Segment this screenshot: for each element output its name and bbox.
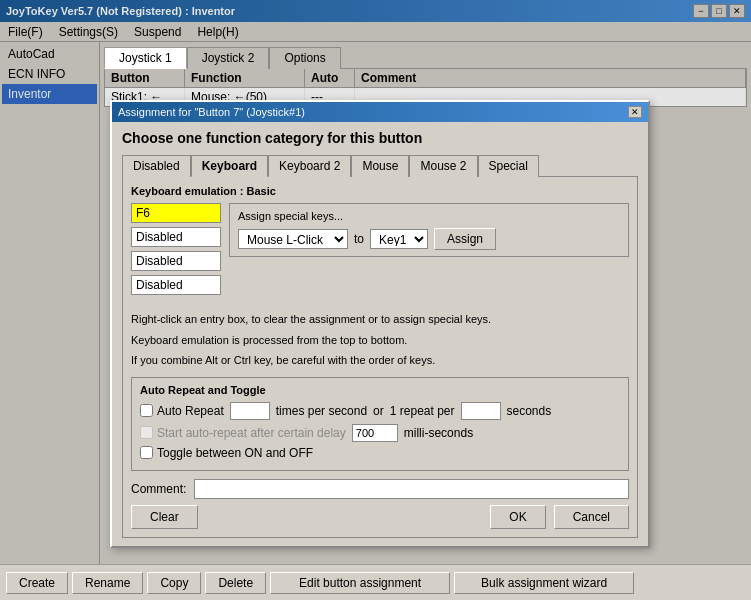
assign-to-label: to — [354, 232, 364, 246]
dialog-title: Assignment for "Button 7" (Joystick#1) — [118, 106, 305, 118]
ok-button[interactable]: OK — [490, 505, 545, 529]
edit-button-assignment-button[interactable]: Edit button assignment — [270, 572, 450, 594]
dialog-body: Choose one function category for this bu… — [112, 122, 648, 546]
info-text-3: If you combine Alt or Ctrl key, be caref… — [131, 352, 629, 369]
auto-repeat-checkbox[interactable] — [140, 404, 153, 417]
auto-repeat-checkbox-label: Auto Repeat — [140, 404, 224, 418]
dialog-titlebar: Assignment for "Button 7" (Joystick#1) ✕ — [112, 102, 648, 122]
create-button[interactable]: Create — [6, 572, 68, 594]
tab-mouse[interactable]: Mouse — [351, 155, 409, 177]
repeat-per-seconds-input[interactable] — [461, 402, 501, 420]
repeat-per-label: 1 repeat per — [390, 404, 455, 418]
dialog-tabs: Disabled Keyboard Keyboard 2 Mouse Mouse… — [122, 154, 638, 176]
seconds-label: seconds — [507, 404, 552, 418]
info-text-1: Right-click an entry box, to clear the a… — [131, 311, 629, 328]
rename-button[interactable]: Rename — [72, 572, 143, 594]
auto-repeat-row: Auto Repeat times per second or 1 repeat… — [140, 402, 620, 420]
comment-row: Comment: — [131, 479, 629, 499]
comment-label: Comment: — [131, 482, 186, 496]
info-text-2: Keyboard emulation is processed from the… — [131, 332, 629, 349]
assign-from-select[interactable]: Mouse L-Click Mouse R-Click Mouse M-Clic… — [238, 229, 348, 249]
assign-special-box: Assign special keys... Mouse L-Click Mou… — [229, 203, 629, 257]
delay-value-input[interactable] — [352, 424, 398, 442]
key-input-2[interactable] — [131, 227, 221, 247]
bulk-assignment-wizard-button[interactable]: Bulk assignment wizard — [454, 572, 634, 594]
dialog-close-button[interactable]: ✕ — [628, 106, 642, 118]
dialog-heading: Choose one function category for this bu… — [122, 130, 638, 146]
modal-overlay: Assignment for "Button 7" (Joystick#1) ✕… — [0, 0, 751, 600]
key-input-1[interactable] — [131, 203, 221, 223]
toggle-label: Toggle between ON and OFF — [140, 446, 313, 460]
clear-button[interactable]: Clear — [131, 505, 198, 529]
cancel-button[interactable]: Cancel — [554, 505, 629, 529]
dialog-buttons: Clear OK Cancel — [131, 505, 629, 529]
keyboard-tab-content: Keyboard emulation : Basic Assign specia… — [122, 176, 638, 538]
assign-to-select[interactable]: Key1 Key2 Key3 Key4 — [370, 229, 428, 249]
start-delay-row: Start auto-repeat after certain delay mi… — [140, 424, 620, 442]
copy-button[interactable]: Copy — [147, 572, 201, 594]
assign-button[interactable]: Assign — [434, 228, 496, 250]
delay-unit-label: milli-seconds — [404, 426, 473, 440]
assign-row: Mouse L-Click Mouse R-Click Mouse M-Clic… — [238, 228, 620, 250]
key-and-assign-area: Assign special keys... Mouse L-Click Mou… — [131, 203, 629, 303]
toggle-row: Toggle between ON and OFF — [140, 446, 620, 460]
keyboard-section-label: Keyboard emulation : Basic — [131, 185, 629, 197]
tab-joystick1[interactable]: Joystick 1 — [104, 47, 187, 69]
delete-button[interactable]: Delete — [205, 572, 266, 594]
auto-repeat-label: Auto Repeat and Toggle — [140, 384, 620, 396]
tab-mouse2[interactable]: Mouse 2 — [409, 155, 477, 177]
assign-special-label: Assign special keys... — [238, 210, 620, 222]
tab-special[interactable]: Special — [478, 155, 539, 177]
start-delay-checkbox[interactable] — [140, 426, 153, 439]
assignment-dialog: Assignment for "Button 7" (Joystick#1) ✕… — [110, 100, 650, 548]
tab-keyboard[interactable]: Keyboard — [191, 155, 268, 177]
toggle-checkbox[interactable] — [140, 446, 153, 459]
start-delay-label: Start auto-repeat after certain delay — [140, 426, 346, 440]
or-label: or — [373, 404, 384, 418]
bottom-bar: Create Rename Copy Delete Edit button as… — [0, 564, 751, 600]
key-input-3[interactable] — [131, 251, 221, 271]
tab-keyboard2[interactable]: Keyboard 2 — [268, 155, 351, 177]
ok-cancel-group: OK Cancel — [490, 505, 629, 529]
assign-special-area: Assign special keys... Mouse L-Click Mou… — [229, 203, 629, 303]
times-per-second-input[interactable] — [230, 402, 270, 420]
tab-disabled[interactable]: Disabled — [122, 155, 191, 177]
comment-input[interactable] — [194, 479, 629, 499]
auto-repeat-section: Auto Repeat and Toggle Auto Repeat times… — [131, 377, 629, 471]
times-per-second-label: times per second — [276, 404, 367, 418]
key-input-4[interactable] — [131, 275, 221, 295]
key-inputs-list — [131, 203, 221, 295]
